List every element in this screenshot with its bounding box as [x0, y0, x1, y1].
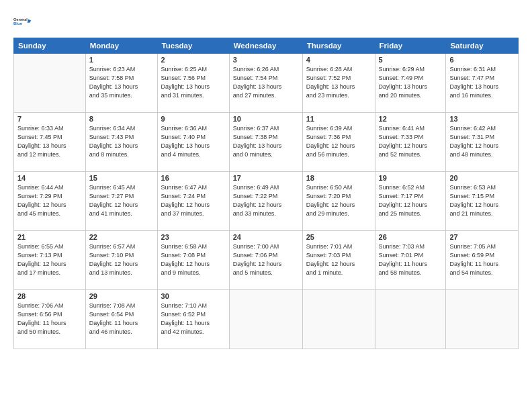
day-number: 27: [449, 233, 515, 241]
page-header: GeneralBlue: [13, 12, 519, 31]
calendar-cell: 12Sunrise: 6:41 AM Sunset: 7:33 PM Dayli…: [375, 113, 446, 172]
day-number: 9: [161, 115, 226, 123]
calendar-cell: 20Sunrise: 6:53 AM Sunset: 7:15 PM Dayli…: [446, 172, 519, 231]
day-info: Sunrise: 6:52 AM Sunset: 7:17 PM Dayligh…: [379, 183, 443, 218]
day-info: Sunrise: 6:47 AM Sunset: 7:24 PM Dayligh…: [161, 183, 226, 218]
weekday-header: Monday: [85, 38, 157, 54]
calendar-cell: 25Sunrise: 7:01 AM Sunset: 7:03 PM Dayli…: [302, 231, 375, 290]
day-number: 6: [449, 56, 515, 64]
calendar-cell: 1Sunrise: 6:23 AM Sunset: 7:58 PM Daylig…: [85, 54, 157, 113]
day-info: Sunrise: 7:06 AM Sunset: 6:56 PM Dayligh…: [17, 302, 82, 336]
calendar-cell: 21Sunrise: 6:55 AM Sunset: 7:13 PM Dayli…: [14, 231, 86, 290]
calendar-cell: 10Sunrise: 6:37 AM Sunset: 7:38 PM Dayli…: [229, 113, 302, 172]
calendar-table: SundayMondayTuesdayWednesdayThursdayFrid…: [13, 38, 519, 349]
day-info: Sunrise: 6:36 AM Sunset: 7:40 PM Dayligh…: [161, 124, 226, 159]
calendar-cell: 14Sunrise: 6:44 AM Sunset: 7:29 PM Dayli…: [14, 172, 86, 231]
calendar-week-row: 7Sunrise: 6:33 AM Sunset: 7:45 PM Daylig…: [14, 113, 519, 172]
weekday-header: Thursday: [302, 38, 375, 54]
day-info: Sunrise: 6:44 AM Sunset: 7:29 PM Dayligh…: [17, 183, 82, 218]
day-number: 8: [89, 115, 154, 123]
day-info: Sunrise: 6:31 AM Sunset: 7:47 PM Dayligh…: [449, 65, 515, 100]
day-info: Sunrise: 6:45 AM Sunset: 7:27 PM Dayligh…: [89, 183, 154, 218]
calendar-cell: [14, 54, 86, 113]
day-number: 5: [379, 56, 443, 64]
svg-marker-2: [28, 19, 32, 23]
day-number: 22: [89, 233, 154, 241]
day-number: 30: [161, 292, 226, 300]
day-info: Sunrise: 7:08 AM Sunset: 6:54 PM Dayligh…: [89, 302, 154, 336]
logo-icon: GeneralBlue: [13, 12, 32, 31]
day-info: Sunrise: 6:26 AM Sunset: 7:54 PM Dayligh…: [233, 65, 299, 100]
calendar-cell: 29Sunrise: 7:08 AM Sunset: 6:54 PM Dayli…: [85, 290, 157, 349]
day-number: 21: [17, 233, 82, 241]
weekday-header: Saturday: [446, 38, 519, 54]
svg-text:Blue: Blue: [13, 21, 23, 26]
day-info: Sunrise: 6:57 AM Sunset: 7:10 PM Dayligh…: [89, 242, 154, 277]
calendar-cell: 2Sunrise: 6:25 AM Sunset: 7:56 PM Daylig…: [157, 54, 229, 113]
calendar-cell: 28Sunrise: 7:06 AM Sunset: 6:56 PM Dayli…: [14, 290, 86, 349]
day-info: Sunrise: 6:41 AM Sunset: 7:33 PM Dayligh…: [379, 124, 443, 159]
day-info: Sunrise: 7:01 AM Sunset: 7:03 PM Dayligh…: [306, 242, 371, 277]
svg-text:General: General: [13, 17, 28, 21]
calendar-cell: 16Sunrise: 6:47 AM Sunset: 7:24 PM Dayli…: [157, 172, 229, 231]
calendar-cell: 22Sunrise: 6:57 AM Sunset: 7:10 PM Dayli…: [85, 231, 157, 290]
day-number: 10: [233, 115, 299, 123]
calendar-cell: 3Sunrise: 6:26 AM Sunset: 7:54 PM Daylig…: [229, 54, 302, 113]
day-number: 2: [161, 56, 226, 64]
calendar-week-row: 28Sunrise: 7:06 AM Sunset: 6:56 PM Dayli…: [14, 290, 519, 349]
day-info: Sunrise: 6:25 AM Sunset: 7:56 PM Dayligh…: [161, 65, 226, 100]
day-info: Sunrise: 7:05 AM Sunset: 6:59 PM Dayligh…: [449, 242, 515, 277]
day-number: 19: [379, 174, 443, 182]
day-info: Sunrise: 6:39 AM Sunset: 7:36 PM Dayligh…: [306, 124, 371, 159]
day-number: 20: [449, 174, 515, 182]
weekday-header: Sunday: [14, 38, 86, 54]
day-info: Sunrise: 6:53 AM Sunset: 7:15 PM Dayligh…: [449, 183, 515, 218]
weekday-header: Friday: [375, 38, 446, 54]
day-number: 4: [306, 56, 371, 64]
day-info: Sunrise: 6:55 AM Sunset: 7:13 PM Dayligh…: [17, 242, 82, 277]
weekday-header: Tuesday: [157, 38, 229, 54]
day-number: 11: [306, 115, 371, 123]
day-info: Sunrise: 6:49 AM Sunset: 7:22 PM Dayligh…: [233, 183, 299, 218]
calendar-cell: 6Sunrise: 6:31 AM Sunset: 7:47 PM Daylig…: [446, 54, 519, 113]
day-number: 28: [17, 292, 82, 300]
day-info: Sunrise: 7:03 AM Sunset: 7:01 PM Dayligh…: [379, 242, 443, 277]
calendar-cell: [302, 290, 375, 349]
day-number: 17: [233, 174, 299, 182]
calendar-header-row: SundayMondayTuesdayWednesdayThursdayFrid…: [14, 38, 519, 54]
calendar-cell: [446, 290, 519, 349]
calendar-cell: 5Sunrise: 6:29 AM Sunset: 7:49 PM Daylig…: [375, 54, 446, 113]
day-number: 16: [161, 174, 226, 182]
day-info: Sunrise: 6:28 AM Sunset: 7:52 PM Dayligh…: [306, 65, 371, 100]
day-number: 7: [17, 115, 82, 123]
day-number: 26: [379, 233, 443, 241]
day-info: Sunrise: 6:50 AM Sunset: 7:20 PM Dayligh…: [306, 183, 371, 218]
calendar-cell: 27Sunrise: 7:05 AM Sunset: 6:59 PM Dayli…: [446, 231, 519, 290]
weekday-header: Wednesday: [229, 38, 302, 54]
day-number: 25: [306, 233, 371, 241]
day-info: Sunrise: 7:00 AM Sunset: 7:06 PM Dayligh…: [233, 242, 299, 277]
day-number: 13: [449, 115, 515, 123]
calendar-cell: 11Sunrise: 6:39 AM Sunset: 7:36 PM Dayli…: [302, 113, 375, 172]
calendar-cell: 18Sunrise: 6:50 AM Sunset: 7:20 PM Dayli…: [302, 172, 375, 231]
calendar-cell: 13Sunrise: 6:42 AM Sunset: 7:31 PM Dayli…: [446, 113, 519, 172]
calendar-cell: 23Sunrise: 6:58 AM Sunset: 7:08 PM Dayli…: [157, 231, 229, 290]
calendar-cell: 30Sunrise: 7:10 AM Sunset: 6:52 PM Dayli…: [157, 290, 229, 349]
day-number: 24: [233, 233, 299, 241]
calendar-cell: 9Sunrise: 6:36 AM Sunset: 7:40 PM Daylig…: [157, 113, 229, 172]
day-number: 3: [233, 56, 299, 64]
day-info: Sunrise: 7:10 AM Sunset: 6:52 PM Dayligh…: [161, 302, 226, 336]
day-info: Sunrise: 6:29 AM Sunset: 7:49 PM Dayligh…: [379, 65, 443, 100]
day-info: Sunrise: 6:34 AM Sunset: 7:43 PM Dayligh…: [89, 124, 154, 159]
day-number: 14: [17, 174, 82, 182]
calendar-cell: 8Sunrise: 6:34 AM Sunset: 7:43 PM Daylig…: [85, 113, 157, 172]
calendar-cell: 19Sunrise: 6:52 AM Sunset: 7:17 PM Dayli…: [375, 172, 446, 231]
day-number: 12: [379, 115, 443, 123]
day-info: Sunrise: 6:33 AM Sunset: 7:45 PM Dayligh…: [17, 124, 82, 159]
calendar-week-row: 21Sunrise: 6:55 AM Sunset: 7:13 PM Dayli…: [14, 231, 519, 290]
calendar-cell: 4Sunrise: 6:28 AM Sunset: 7:52 PM Daylig…: [302, 54, 375, 113]
calendar-cell: 17Sunrise: 6:49 AM Sunset: 7:22 PM Dayli…: [229, 172, 302, 231]
day-number: 18: [306, 174, 371, 182]
calendar-cell: 24Sunrise: 7:00 AM Sunset: 7:06 PM Dayli…: [229, 231, 302, 290]
logo: GeneralBlue: [13, 12, 32, 31]
